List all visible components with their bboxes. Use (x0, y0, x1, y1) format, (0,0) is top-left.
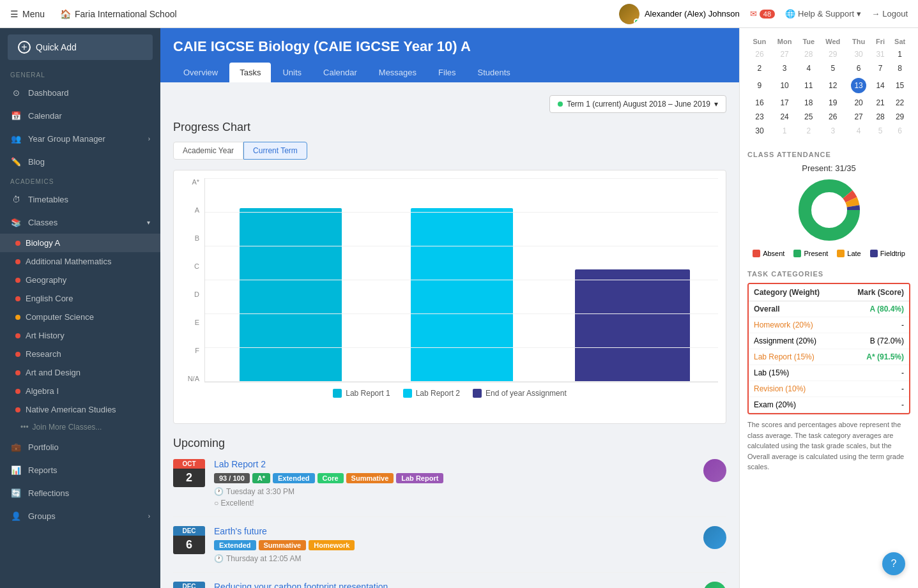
sidebar-item-groups[interactable]: 👤 Groups › (0, 504, 160, 527)
cal-cell[interactable]: 22 (889, 96, 910, 110)
mail-button[interactable]: ✉ 48 (750, 9, 775, 19)
cal-cell[interactable]: 23 (747, 110, 772, 124)
tab-calendar[interactable]: Calendar (313, 63, 367, 82)
cal-cell[interactable]: 9 (747, 75, 772, 96)
class-tabs: Overview Tasks Units Calendar Messages F… (173, 63, 726, 82)
cal-cell[interactable]: 27 (846, 110, 871, 124)
cal-cell[interactable]: 18 (797, 96, 820, 110)
tab-tasks[interactable]: Tasks (229, 63, 271, 82)
task-name-earths-future[interactable]: Earth's future (214, 526, 694, 536)
cal-cell[interactable]: 8 (889, 61, 910, 75)
reflections-icon: 🔄 (10, 487, 22, 499)
cal-cell[interactable]: 20 (846, 96, 871, 110)
cal-cell[interactable]: 15 (889, 75, 910, 96)
class-item-computer-science[interactable]: Computer Science (0, 308, 160, 326)
class-item-native-american[interactable]: Native American Studies (0, 400, 160, 419)
tab-units[interactable]: Units (272, 63, 312, 82)
quick-add-button[interactable]: + Quick Add (8, 34, 153, 60)
cal-cell[interactable]: 6 (846, 61, 871, 75)
cal-cell[interactable]: 4 (846, 124, 871, 138)
cal-cell[interactable]: 30 (747, 124, 772, 138)
class-item-art-and-design[interactable]: Art and Design (0, 363, 160, 382)
task-item-earths-future: DEC 6 Earth's future Extended Summative … (173, 526, 726, 573)
classes-icon: 📚 (10, 216, 22, 228)
menu-button[interactable]: ☰ Menu (10, 9, 45, 19)
help-fab-button[interactable]: ? (882, 552, 905, 575)
cal-cell[interactable]: 31 (871, 47, 889, 61)
cal-cell[interactable]: 5 (820, 61, 846, 75)
donut-svg (797, 178, 861, 242)
cat-label-revision[interactable]: Revision (10%) (749, 381, 841, 397)
task-name-carbon[interactable]: Reducing your carbon footprint presentat… (214, 582, 694, 588)
cal-cell[interactable]: 14 (871, 75, 889, 96)
art-design-label: Art and Design (26, 368, 80, 377)
sidebar-item-blog[interactable]: ✏️ Blog (0, 150, 160, 173)
geography-dot (15, 278, 20, 283)
cal-cell[interactable]: 1 (772, 124, 797, 138)
cal-cell[interactable]: 5 (871, 124, 889, 138)
cal-cell[interactable]: 16 (747, 96, 772, 110)
cal-cell[interactable]: 11 (797, 75, 820, 96)
sidebar-item-timetables[interactable]: ⏱ Timetables (0, 188, 160, 211)
chart-tab-current-term[interactable]: Current Term (243, 142, 307, 160)
sidebar-item-dashboard[interactable]: ⊙ Dashboard (0, 81, 160, 104)
task-name-lab-report-2[interactable]: Lab Report 2 (214, 459, 694, 469)
cal-cell[interactable]: 24 (772, 110, 797, 124)
cal-cell[interactable]: 21 (871, 96, 889, 110)
cal-cell[interactable]: 13 (846, 75, 871, 96)
cal-cell[interactable]: 25 (797, 110, 820, 124)
cal-cell[interactable]: 27 (772, 47, 797, 61)
cat-mark-exam: - (841, 397, 909, 413)
logout-button[interactable]: → Logout (871, 9, 908, 19)
cal-cell[interactable]: 29 (820, 47, 846, 61)
cal-cell[interactable]: 4 (797, 61, 820, 75)
cal-cell[interactable]: 6 (889, 124, 910, 138)
cal-cell[interactable]: 3 (820, 124, 846, 138)
cal-cell[interactable]: 10 (772, 75, 797, 96)
sidebar-item-reflections[interactable]: 🔄 Reflections (0, 481, 160, 504)
cal-cell[interactable]: 29 (889, 110, 910, 124)
sidebar-item-year-group-manager[interactable]: 👥 Year Group Manager › (0, 127, 160, 150)
help-support-button[interactable]: 🌐 Help & Support ▾ (785, 9, 861, 19)
legend-label-lab-report-2: Lab Report 2 (416, 389, 460, 398)
class-item-research[interactable]: Research (0, 345, 160, 363)
cal-cell[interactable]: 17 (772, 96, 797, 110)
join-more-classes[interactable]: ••• Join More Classes... (0, 419, 160, 435)
tab-messages[interactable]: Messages (369, 63, 427, 82)
class-item-additional-math[interactable]: Additional Mathematics (0, 252, 160, 271)
class-item-biology-a[interactable]: Biology A (0, 234, 160, 252)
cal-cell[interactable]: 1 (889, 47, 910, 61)
sidebar-item-calendar[interactable]: 📅 Calendar (0, 104, 160, 127)
school-name: 🏠 Faria International School (60, 9, 177, 19)
cal-cell[interactable]: 3 (772, 61, 797, 75)
class-item-art-history[interactable]: Art History (0, 326, 160, 345)
cal-cell[interactable]: 30 (846, 47, 871, 61)
class-item-algebra-i[interactable]: Algebra I (0, 382, 160, 400)
top-navigation: ☰ Menu 🏠 Faria International School Alex… (0, 0, 918, 28)
tab-overview[interactable]: Overview (173, 63, 228, 82)
class-item-geography[interactable]: Geography (0, 271, 160, 289)
cal-cell[interactable]: 12 (820, 75, 846, 96)
cal-cell[interactable]: 7 (871, 61, 889, 75)
research-label: Research (26, 349, 61, 359)
cat-label-homework[interactable]: Homework (20%) (749, 317, 841, 333)
cal-cell[interactable]: 26 (747, 47, 772, 61)
sidebar-item-reports[interactable]: 📊 Reports (0, 458, 160, 481)
cat-label-lab-report[interactable]: Lab Report (15%) (749, 349, 841, 365)
grid-line (205, 178, 718, 179)
cal-cell[interactable]: 2 (747, 61, 772, 75)
cal-cell[interactable]: 28 (871, 110, 889, 124)
sidebar-item-portfolio[interactable]: 💼 Portfolio (0, 435, 160, 458)
tab-students[interactable]: Students (468, 63, 521, 82)
cal-cell[interactable]: 26 (820, 110, 846, 124)
cal-cell[interactable]: 19 (820, 96, 846, 110)
cal-cell[interactable]: 2 (797, 124, 820, 138)
cal-cell[interactable]: 28 (797, 47, 820, 61)
class-item-english-core[interactable]: English Core (0, 289, 160, 308)
sidebar-item-classes[interactable]: 📚 Classes ▾ (0, 211, 160, 234)
term-selector[interactable]: Term 1 (current) August 2018 – June 2019… (549, 95, 726, 113)
term-select-box[interactable]: Term 1 (current) August 2018 – June 2019… (549, 95, 726, 113)
chart-tab-academic-year[interactable]: Academic Year (173, 142, 243, 160)
tab-files[interactable]: Files (428, 63, 466, 82)
english-core-label: English Core (26, 294, 73, 303)
